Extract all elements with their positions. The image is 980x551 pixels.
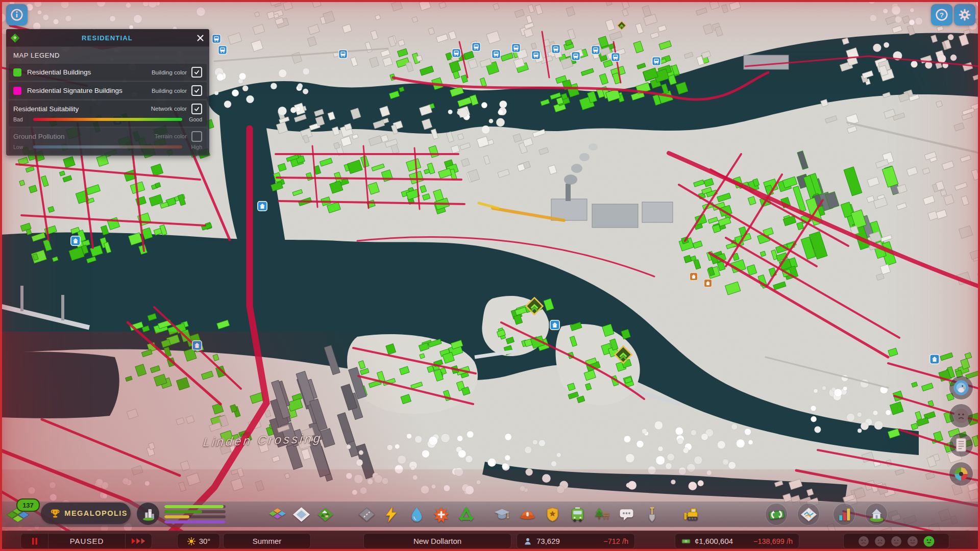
simulation-controls: PAUSED — [20, 533, 152, 549]
progress-bar-3 — [164, 515, 189, 518]
pollution-label: Ground Pollution — [13, 133, 155, 140]
toolbar-transportation-button[interactable] — [567, 504, 588, 525]
season-widget[interactable]: Summer — [223, 533, 311, 549]
map-marker-transit-stop[interactable] — [212, 35, 221, 43]
toolbar-progression-button[interactable] — [866, 504, 887, 525]
happiness-widget[interactable] — [843, 533, 949, 549]
green-swatch — [13, 68, 21, 77]
bulldozer-icon — [683, 506, 700, 523]
gradient-min-label: Bad — [13, 116, 30, 122]
map-marker-transit-stop[interactable] — [532, 51, 541, 60]
close-panel-button[interactable] — [191, 29, 209, 46]
city-development-icon — [137, 503, 159, 525]
money-icon — [681, 537, 691, 546]
toolbar-zoning-button[interactable] — [266, 504, 288, 525]
settings-button[interactable] — [954, 4, 975, 26]
progress-bar-1 — [164, 505, 224, 508]
toolbar-electricity-button[interactable] — [380, 504, 402, 525]
milestone-name-button[interactable]: MEGALOPOLIS — [41, 503, 131, 524]
map-marker-transit-stop[interactable] — [452, 49, 461, 58]
toolbar-areas-button[interactable] — [290, 504, 312, 525]
map-marker-transit-stop[interactable] — [492, 50, 501, 59]
toolbar-police-button[interactable] — [542, 504, 563, 525]
toolbar-bulldozer-button[interactable] — [680, 504, 702, 525]
building-color-checkbox[interactable] — [191, 85, 202, 96]
money-widget[interactable]: ¢1,600,604 −138,699 /h — [675, 533, 799, 549]
electricity-icon — [383, 506, 400, 523]
map-marker-transit-stop[interactable] — [512, 44, 521, 53]
bar-chart-icon — [836, 506, 853, 523]
terrain-color-checkbox[interactable] — [191, 131, 202, 142]
shovel-icon — [644, 506, 660, 523]
stats-wheel-icon — [953, 466, 969, 482]
building-color-checkbox[interactable] — [191, 67, 202, 78]
city-statistics-button[interactable] — [949, 462, 973, 486]
toolbar-infoviews-button[interactable] — [798, 504, 819, 525]
toolbar-water-button[interactable] — [406, 504, 427, 525]
network-color-checkbox[interactable] — [191, 104, 202, 114]
toolbar-parks-button[interactable] — [591, 504, 612, 525]
residential-zone-icon — [6, 33, 23, 43]
chirper-button[interactable] — [949, 376, 973, 399]
toolbar-terraforming-button[interactable] — [314, 504, 336, 525]
toolbar-economy-button[interactable] — [766, 504, 787, 525]
zoning-icon — [269, 506, 286, 523]
development-bars — [164, 505, 226, 525]
info-views-button[interactable] — [6, 4, 28, 26]
toolbar-landscaping-button[interactable] — [641, 504, 663, 525]
fire-helmet-icon — [519, 506, 536, 523]
education-icon — [494, 506, 510, 523]
map-marker-residential-service[interactable] — [930, 355, 939, 364]
citizen-moods-button[interactable] — [949, 404, 973, 428]
toolbar-communications-button[interactable] — [616, 504, 637, 525]
map-marker-residential-service[interactable] — [550, 320, 559, 330]
happiness-face-neutral — [890, 535, 902, 547]
map-marker-transit-stop[interactable] — [611, 53, 620, 62]
milestone-button[interactable]: 137 — [5, 498, 38, 528]
map-marker-transit-stop[interactable] — [218, 46, 227, 55]
map-marker-housing-demand[interactable] — [690, 273, 698, 281]
legend-pollution-block: Ground Pollution Terrain color Low High — [9, 128, 207, 154]
toolbar-fire-rescue-button[interactable] — [517, 504, 538, 525]
toolbar-statistics-button[interactable] — [834, 504, 855, 525]
legend-row-type: Building color — [152, 69, 187, 76]
city-name: New Dollarton — [413, 537, 461, 545]
legend-row-type: Building color — [152, 88, 187, 94]
progress-bar-4 — [164, 520, 226, 523]
temperature-value: 30° — [199, 537, 211, 545]
map-marker-transit-stop[interactable] — [592, 46, 600, 55]
map-marker-housing-demand[interactable] — [704, 280, 712, 287]
map-marker-residential-service[interactable] — [192, 341, 202, 350]
legend-row-residential-buildings: Residential Buildings Building color — [9, 64, 207, 81]
garbage-recycle-icon — [458, 506, 475, 523]
journal-button[interactable] — [949, 433, 973, 457]
pause-button[interactable] — [21, 534, 48, 548]
parks-icon — [594, 506, 610, 523]
legend-row-label: Residential Buildings — [27, 68, 152, 76]
speed-button[interactable] — [125, 534, 152, 548]
simulation-state: PAUSED — [48, 537, 125, 545]
toolbar-garbage-button[interactable] — [455, 504, 477, 525]
temperature-widget[interactable]: 30° — [177, 533, 220, 549]
map-marker-residential-service[interactable] — [258, 202, 267, 211]
city-name-widget[interactable]: New Dollarton — [363, 533, 511, 549]
progress-bar-2 — [164, 510, 202, 513]
terraforming-icon — [317, 506, 334, 523]
map-marker-residential-service[interactable] — [71, 236, 80, 245]
toolbar-roads-button[interactable] — [356, 504, 377, 525]
legend-row-label: Residential Signature Buildings — [27, 87, 152, 94]
suitability-type: Network color — [151, 106, 187, 112]
map-marker-transit-stop[interactable] — [572, 52, 580, 61]
milestone-level-badge: 137 — [16, 498, 40, 512]
toolbar-healthcare-button[interactable] — [430, 504, 452, 525]
map-marker-transit-stop[interactable] — [339, 50, 348, 59]
toolbar-education-button[interactable] — [491, 504, 512, 525]
population-widget[interactable]: 73,629 −712 /h — [517, 533, 635, 549]
city-development-panel[interactable] — [137, 502, 239, 527]
suitability-gradient-bar — [33, 118, 182, 121]
map-marker-transit-stop[interactable] — [552, 45, 560, 54]
happiness-face-content — [906, 535, 919, 547]
help-button[interactable] — [931, 4, 952, 26]
map-marker-transit-stop[interactable] — [652, 57, 661, 66]
map-marker-transit-stop[interactable] — [472, 43, 481, 52]
